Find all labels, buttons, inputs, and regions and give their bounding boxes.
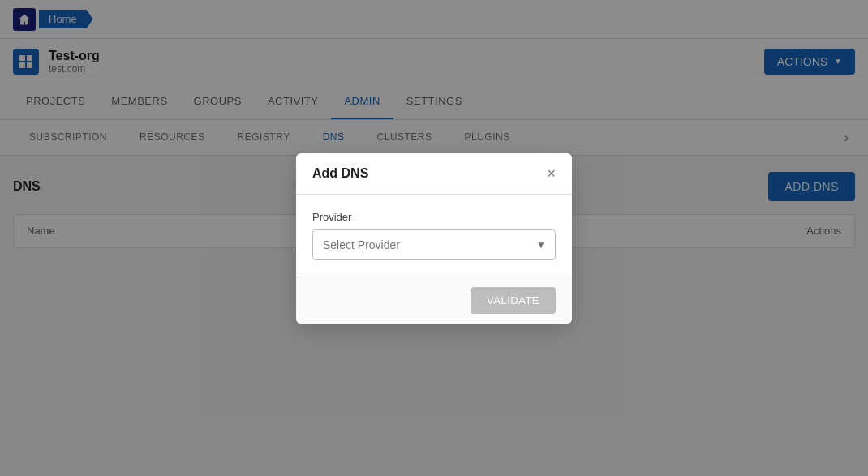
modal-header: Add DNS × <box>296 153 572 195</box>
provider-select-wrapper: Select Provider ▼ <box>312 229 556 260</box>
provider-select[interactable]: Select Provider <box>312 229 556 260</box>
provider-label: Provider <box>312 211 556 223</box>
modal-overlay: Add DNS × Provider Select Provider ▼ VAL… <box>0 0 868 476</box>
validate-button[interactable]: VALIDATE <box>471 287 556 314</box>
modal-title: Add DNS <box>312 166 368 181</box>
modal-footer: VALIDATE <box>296 277 572 324</box>
modal-body: Provider Select Provider ▼ <box>296 195 572 277</box>
close-icon[interactable]: × <box>547 166 556 181</box>
add-dns-modal: Add DNS × Provider Select Provider ▼ VAL… <box>296 153 572 324</box>
